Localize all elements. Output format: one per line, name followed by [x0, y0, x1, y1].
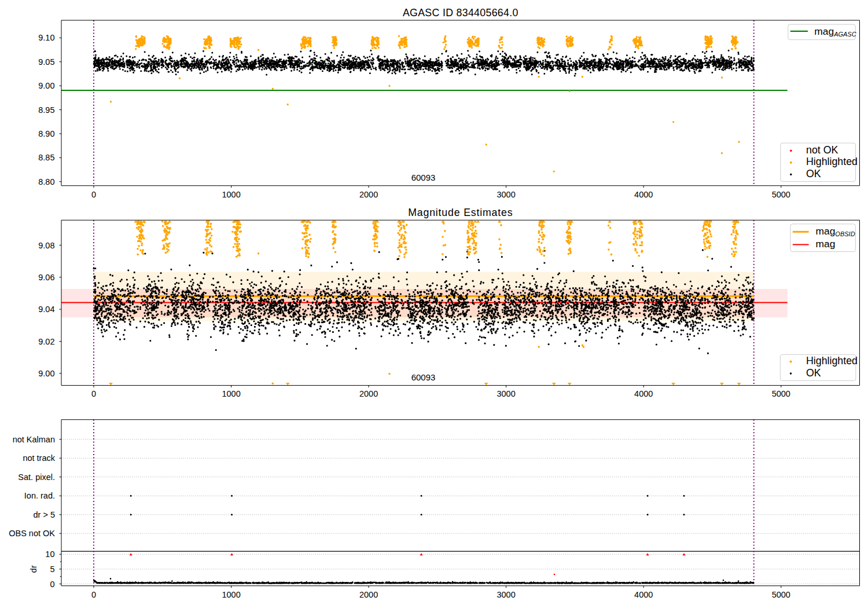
svg-text:Highlighted: Highlighted	[806, 156, 858, 167]
svg-text:4000: 4000	[634, 590, 653, 599]
svg-text:OK: OK	[806, 168, 821, 180]
svg-text:0: 0	[91, 389, 96, 398]
svg-text:dr > 5: dr > 5	[34, 510, 55, 519]
svg-text:0: 0	[91, 590, 96, 599]
svg-text:8.95: 8.95	[38, 105, 54, 115]
svg-text:Highlighted: Highlighted	[806, 355, 858, 367]
svg-text:9.05: 9.05	[38, 57, 54, 67]
svg-text:1000: 1000	[222, 590, 240, 599]
svg-text:3000: 3000	[496, 590, 515, 599]
svg-text:not OK: not OK	[806, 144, 838, 156]
svg-text:4000: 4000	[634, 389, 653, 398]
svg-text:5: 5	[50, 565, 54, 574]
svg-text:mag: mag	[816, 238, 836, 250]
svg-text:Magnitude Estimates: Magnitude Estimates	[408, 207, 513, 218]
svg-text:0: 0	[50, 580, 54, 589]
svg-text:not Kalman: not Kalman	[13, 435, 55, 444]
svg-text:2000: 2000	[359, 389, 378, 398]
svg-text:3000: 3000	[496, 389, 515, 398]
svg-text:8.85: 8.85	[38, 153, 54, 162]
svg-text:OBS not OK: OBS not OK	[9, 529, 55, 538]
svg-text:Ion. rad.: Ion. rad.	[24, 491, 55, 500]
svg-text:9.10: 9.10	[38, 33, 54, 42]
svg-text:5000: 5000	[772, 190, 790, 199]
svg-text:60093: 60093	[411, 173, 436, 182]
svg-text:0: 0	[91, 190, 96, 199]
svg-text:2000: 2000	[359, 590, 378, 599]
svg-text:9.06: 9.06	[38, 273, 54, 282]
svg-text:dr: dr	[29, 565, 38, 573]
svg-text:8.90: 8.90	[38, 129, 54, 138]
svg-text:AGASC ID 834405664.0: AGASC ID 834405664.0	[403, 7, 518, 19]
svg-text:1000: 1000	[222, 190, 240, 199]
svg-text:Sat. pixel.: Sat. pixel.	[18, 473, 55, 482]
svg-text:1000: 1000	[222, 389, 240, 398]
svg-text:not track: not track	[23, 453, 55, 463]
svg-text:4000: 4000	[634, 190, 653, 199]
svg-text:9.08: 9.08	[38, 241, 54, 250]
svg-text:60093: 60093	[411, 372, 436, 382]
svg-text:9.02: 9.02	[38, 337, 54, 346]
svg-text:2000: 2000	[359, 190, 378, 199]
svg-text:10: 10	[45, 550, 54, 559]
svg-text:3000: 3000	[496, 190, 515, 199]
svg-text:9.00: 9.00	[38, 369, 54, 378]
svg-text:9.00: 9.00	[38, 81, 54, 90]
svg-text:5000: 5000	[772, 590, 790, 599]
svg-text:8.80: 8.80	[38, 177, 54, 186]
svg-text:9.04: 9.04	[38, 305, 54, 314]
svg-text:5000: 5000	[772, 389, 790, 398]
svg-text:OK: OK	[806, 367, 821, 379]
